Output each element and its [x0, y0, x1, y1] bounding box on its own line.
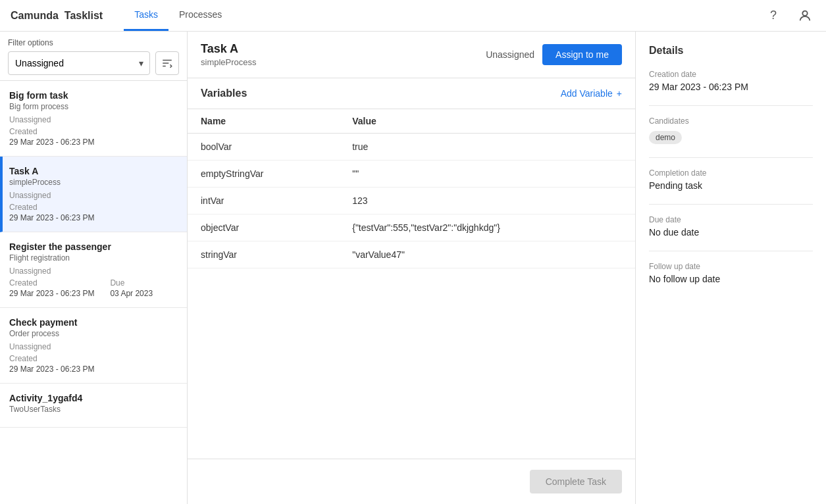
task-header: Task A simpleProcess Unassigned Assign t…	[188, 32, 635, 78]
follow-up-value: No follow up date	[649, 274, 813, 284]
add-variable-icon: +	[617, 88, 622, 99]
filter-select-wrapper: Unassigned Assigned to me All	[8, 51, 150, 75]
task-header-right: Unassigned Assign to me	[486, 44, 622, 65]
task-created: Created 29 Mar 2023 - 06:23 PM	[9, 201, 94, 222]
candidate-badge: demo	[649, 131, 682, 144]
add-variable-label: Add Variable	[561, 88, 613, 99]
variable-name: intVar	[188, 188, 339, 214]
variables-header: Variables Add Variable +	[188, 78, 635, 109]
task-name: Big form task	[9, 90, 178, 101]
task-meta-row: Created 29 Mar 2023 - 06:23 PM Due 03 Ap…	[9, 277, 178, 298]
task-meta-row: Created 29 Mar 2023 - 06:23 PM	[9, 201, 178, 222]
creation-date-section: Creation date 29 Mar 2023 - 06:23 PM	[649, 70, 813, 92]
task-list: Big form task Big form process Unassigne…	[0, 81, 187, 504]
tab-processes[interactable]: Processes	[168, 0, 232, 31]
brand-prefix: Camunda	[11, 10, 59, 21]
task-due: Due 03 Apr 2023	[110, 277, 153, 298]
completion-date-value: Pending task	[649, 180, 813, 191]
help-icon[interactable]: ?	[763, 5, 784, 26]
tab-tasks[interactable]: Tasks	[124, 0, 168, 31]
col-value: Value	[339, 109, 635, 134]
svg-point-0	[802, 11, 807, 15]
task-assignee: Unassigned	[9, 342, 51, 351]
task-meta: Unassigned	[9, 342, 178, 351]
task-process: Big form process	[9, 102, 178, 111]
variable-name: objectVar	[188, 214, 339, 241]
sidebar: Filter options Unassigned Assigned to me…	[0, 32, 188, 504]
task-meta-row: Created 29 Mar 2023 - 06:23 PM	[9, 126, 178, 147]
task-name: Task A	[9, 166, 178, 176]
task-name: Activity_1ygafd4	[9, 393, 178, 403]
main-content: Task A simpleProcess Unassigned Assign t…	[188, 32, 635, 504]
variable-row: stringVar"varValue47"	[188, 241, 635, 268]
follow-up-section: Follow up date No follow up date	[649, 262, 813, 284]
col-name: Name	[188, 109, 339, 134]
variable-value: "varValue47"	[339, 241, 635, 268]
variable-row: intVar123	[188, 188, 635, 214]
variable-value: ""	[339, 161, 635, 188]
task-footer: Complete Task	[188, 459, 635, 504]
variable-value: true	[339, 134, 635, 161]
task-item[interactable]: Check payment Order process Unassigned C…	[0, 308, 187, 384]
divider	[649, 157, 813, 158]
filter-row: Unassigned Assigned to me All	[8, 51, 179, 75]
variables-section: Variables Add Variable + Name Value bool…	[188, 78, 635, 459]
filter-options: Filter options Unassigned Assigned to me…	[0, 32, 187, 81]
divider	[649, 251, 813, 251]
follow-up-label: Follow up date	[649, 262, 813, 271]
task-meta: Unassigned	[9, 191, 178, 200]
variable-value: 123	[339, 188, 635, 214]
variable-row: objectVar{"testVar":555,"testVar2":"dkjg…	[188, 214, 635, 241]
variable-value: {"testVar":555,"testVar2":"dkjghkdg"}	[339, 214, 635, 241]
task-created: Created 29 Mar 2023 - 06:23 PM	[9, 353, 94, 374]
task-meta-row: Created 29 Mar 2023 - 06:23 PM	[9, 353, 178, 374]
variable-name: boolVar	[188, 134, 339, 161]
divider	[649, 105, 813, 106]
task-name: Register the passenger	[9, 241, 178, 252]
brand-logo: Camunda Tasklist	[11, 10, 103, 22]
task-item[interactable]: Activity_1ygafd4 TwoUserTasks	[0, 384, 187, 428]
filter-options-label: Filter options	[8, 38, 179, 47]
task-assignee: Unassigned	[9, 191, 51, 200]
task-created: Created 29 Mar 2023 - 06:23 PM	[9, 277, 94, 298]
due-date-label: Due date	[649, 215, 813, 224]
task-item[interactable]: Task A simpleProcess Unassigned Created …	[0, 157, 187, 232]
main-layout: Filter options Unassigned Assigned to me…	[0, 32, 826, 504]
completion-date-label: Completion date	[649, 168, 813, 178]
task-item[interactable]: Big form task Big form process Unassigne…	[0, 81, 187, 157]
due-date-section: Due date No due date	[649, 215, 813, 238]
variable-name: emptyStringVar	[188, 161, 339, 188]
add-variable-button[interactable]: Add Variable +	[561, 88, 622, 99]
creation-date-value: 29 Mar 2023 - 06:23 PM	[649, 82, 813, 92]
creation-date-label: Creation date	[649, 70, 813, 79]
task-assignee: Unassigned	[9, 115, 51, 124]
nav-tabs: Tasks Processes	[124, 0, 232, 31]
assign-to-me-button[interactable]: Assign to me	[542, 44, 622, 65]
completion-date-section: Completion date Pending task	[649, 168, 813, 191]
task-name: Check payment	[9, 317, 178, 328]
user-icon[interactable]	[794, 5, 815, 26]
task-header-process: simpleProcess	[201, 57, 478, 67]
task-meta: Unassigned	[9, 266, 178, 276]
task-title-block: Task A simpleProcess	[201, 42, 478, 67]
top-navigation: Camunda Tasklist Tasks Processes ?	[0, 0, 826, 32]
task-process: Order process	[9, 329, 178, 338]
complete-task-button[interactable]: Complete Task	[530, 470, 622, 493]
nav-right: ?	[763, 5, 815, 26]
variable-row: boolVartrue	[188, 134, 635, 161]
task-title: Task A	[201, 42, 478, 56]
divider	[649, 204, 813, 205]
filter-select[interactable]: Unassigned Assigned to me All	[8, 51, 150, 75]
task-created: Created 29 Mar 2023 - 06:23 PM	[9, 126, 94, 147]
sort-button[interactable]	[155, 51, 179, 75]
variable-name: stringVar	[188, 241, 339, 268]
brand-name: Tasklist	[65, 10, 103, 21]
task-process: TwoUserTasks	[9, 405, 178, 414]
candidates-section: Candidates demo	[649, 116, 813, 144]
task-assignee-label: Unassigned	[486, 49, 534, 60]
task-item[interactable]: Register the passenger Flight registrati…	[0, 232, 187, 308]
task-assignee: Unassigned	[9, 266, 51, 276]
variables-table: Name Value boolVartrueemptyStringVar""in…	[188, 109, 635, 268]
task-meta: Unassigned	[9, 115, 178, 124]
candidates-label: Candidates	[649, 116, 813, 126]
